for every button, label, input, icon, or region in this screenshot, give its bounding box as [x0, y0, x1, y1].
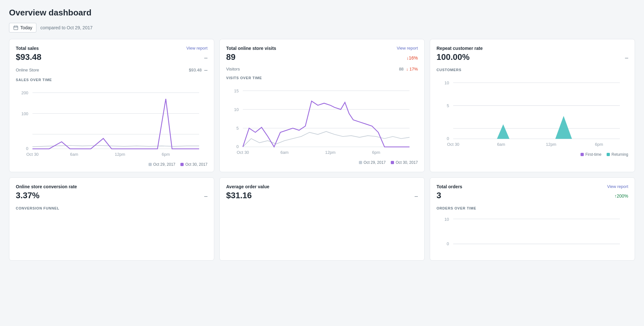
visits-legend-1-label: Oct 29, 2017 — [364, 160, 386, 165]
total-sales-sub-label: Online Store — [16, 68, 39, 72]
repeat-customer-change: – — [625, 54, 628, 61]
first-time-legend-dot — [581, 153, 584, 156]
svg-text:Oct 30: Oct 30 — [26, 152, 39, 157]
avg-order-value: $31.16 — [226, 191, 252, 200]
returning-legend-dot — [607, 153, 610, 156]
date-button[interactable]: Today — [9, 23, 36, 33]
visits-chart: 15 10 5 0 Oct 30 6am 12pm 6pm — [226, 82, 418, 157]
conversion-rate-card: Online store conversion rate 3.37% – CON… — [9, 177, 214, 261]
orders-chart-area: 10 0 — [437, 213, 628, 255]
svg-text:6am: 6am — [497, 142, 505, 147]
svg-text:6pm: 6pm — [372, 150, 380, 155]
sales-legend-2-label: Oct 30, 2017 — [185, 162, 207, 167]
conversion-rate-title: Online store conversion rate — [16, 184, 77, 189]
sales-chart-area: 200 100 0 Oct 30 6am 12pm 6pm O — [16, 84, 207, 167]
conversion-rate-change: – — [204, 193, 207, 200]
orders-chart: 10 0 — [437, 213, 628, 254]
svg-text:12pm: 12pm — [325, 150, 335, 155]
online-visits-header: Total online store visits View report — [226, 46, 418, 51]
repeat-customer-card: Repeat customer rate 100.00% – CUSTOMERS… — [430, 39, 635, 172]
conversion-rate-value: 3.37% — [16, 191, 40, 200]
svg-text:12pm: 12pm — [115, 152, 125, 157]
total-sales-sub-value-group: $93.48 – — [189, 67, 207, 73]
online-visits-value: 89 — [226, 52, 235, 62]
customers-chart: 10 5 0 Oct 30 6am 12pm 6pm — [437, 74, 628, 149]
svg-text:Oct 30: Oct 30 — [237, 150, 249, 155]
avg-order-card: Average order value $31.16 – — [219, 177, 425, 261]
online-visits-sub-label: Visitors — [226, 67, 240, 71]
online-visits-view-report[interactable]: View report — [397, 46, 418, 51]
customers-chart-area: 10 5 0 Oct 30 6am 12pm 6pm — [437, 74, 628, 157]
bottom-grid: Online store conversion rate 3.37% – CON… — [9, 177, 635, 261]
svg-text:0: 0 — [26, 146, 28, 151]
svg-text:6pm: 6pm — [162, 152, 170, 157]
orders-section-label: ORDERS OVER TIME — [437, 206, 628, 210]
sales-legend-2-dot — [180, 163, 184, 166]
dashboard-page: Overview dashboard Today compared to Oct… — [0, 0, 644, 268]
conversion-section-label: CONVERSION FUNNEL — [16, 206, 207, 210]
total-orders-header: Total orders View report — [437, 184, 628, 189]
svg-text:0: 0 — [236, 144, 239, 149]
svg-text:12pm: 12pm — [546, 142, 556, 147]
svg-text:6am: 6am — [281, 150, 289, 155]
online-visits-sub-change: ↓ 17% — [406, 67, 418, 71]
total-orders-metric-row: 3 ↑200% — [437, 191, 628, 202]
svg-text:10: 10 — [444, 80, 449, 85]
sales-legend: Oct 29, 2017 Oct 30, 2017 — [16, 162, 207, 167]
visits-legend-2: Oct 30, 2017 — [391, 160, 418, 165]
returning-legend-label: Returning — [611, 152, 628, 157]
visits-chart-label: VISITS OVER TIME — [226, 76, 418, 80]
online-visits-sub-row: Visitors 88 ↓ 17% — [226, 67, 418, 71]
repeat-customer-metric-row: 100.00% – — [437, 52, 628, 63]
total-orders-change: ↑200% — [614, 193, 628, 199]
online-visits-title: Total online store visits — [226, 46, 276, 51]
total-sales-value: $93.48 — [16, 52, 42, 62]
svg-marker-34 — [497, 124, 510, 139]
calendar-icon — [13, 25, 18, 30]
avg-order-metric-row: $31.16 – — [226, 191, 418, 202]
svg-text:5: 5 — [236, 126, 239, 131]
avg-order-title: Average order value — [226, 184, 269, 189]
total-orders-value: 3 — [437, 191, 441, 200]
online-visits-metric-row: 89 ↓16% — [226, 52, 418, 63]
date-bar: Today compared to Oct 29, 2017 — [9, 23, 635, 33]
repeat-customer-value: 100.00% — [437, 52, 470, 62]
total-orders-title: Total orders — [437, 184, 462, 189]
visits-legend-2-label: Oct 30, 2017 — [396, 160, 418, 165]
total-sales-view-report[interactable]: View report — [186, 46, 207, 51]
online-visits-card: Total online store visits View report 89… — [219, 39, 425, 172]
svg-text:10: 10 — [234, 107, 238, 112]
svg-text:10: 10 — [444, 217, 449, 221]
svg-rect-0 — [14, 26, 18, 30]
svg-text:6am: 6am — [70, 152, 78, 157]
page-title: Overview dashboard — [9, 8, 635, 18]
repeat-customer-header: Repeat customer rate — [437, 46, 628, 51]
total-sales-metric-row: $93.48 – — [16, 52, 207, 63]
total-sales-sub-row: Online Store $93.48 – — [16, 67, 207, 73]
visits-legend-1-dot — [359, 161, 362, 164]
customers-legend: First-time Returning — [437, 152, 628, 157]
top-grid: Total sales View report $93.48 – Online … — [9, 39, 635, 172]
repeat-customer-title: Repeat customer rate — [437, 46, 483, 51]
visits-legend: Oct 29, 2017 Oct 30, 2017 — [226, 160, 418, 165]
total-sales-sub-change: – — [204, 67, 207, 73]
visits-chart-area: 15 10 5 0 Oct 30 6am 12pm 6pm — [226, 82, 418, 165]
total-orders-card: Total orders View report 3 ↑200% ORDERS … — [430, 177, 635, 261]
visits-legend-1: Oct 29, 2017 — [359, 160, 386, 165]
date-button-label: Today — [20, 25, 32, 30]
svg-marker-35 — [555, 116, 572, 139]
first-time-legend-label: First-time — [585, 152, 601, 157]
total-sales-title: Total sales — [16, 46, 39, 51]
avg-order-change: – — [415, 193, 418, 200]
customers-legend-returning: Returning — [607, 152, 628, 157]
sales-legend-1-dot — [149, 163, 152, 166]
total-sales-sub-value: $93.48 — [189, 68, 202, 72]
customers-legend-first: First-time — [581, 152, 601, 157]
sales-chart: 200 100 0 Oct 30 6am 12pm 6pm — [16, 84, 207, 159]
total-orders-view-report[interactable]: View report — [607, 184, 628, 189]
svg-text:0: 0 — [447, 241, 449, 246]
total-sales-card: Total sales View report $93.48 – Online … — [9, 39, 214, 172]
sales-legend-1: Oct 29, 2017 — [149, 162, 176, 167]
svg-text:5: 5 — [447, 103, 449, 108]
online-visits-sub-value-group: 88 ↓ 17% — [399, 67, 418, 71]
